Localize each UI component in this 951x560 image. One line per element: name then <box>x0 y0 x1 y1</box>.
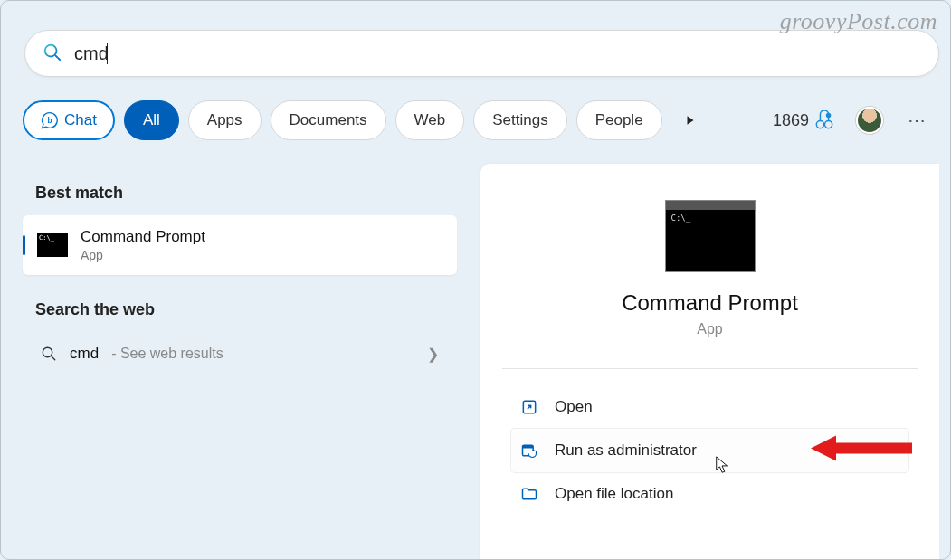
tab-settings-label: Settings <box>492 111 547 129</box>
action-open[interactable]: Open <box>511 385 908 429</box>
watermark-text: groovyPost.com <box>780 8 937 35</box>
best-match-sub: App <box>81 248 205 262</box>
svg-rect-10 <box>523 445 534 448</box>
chat-button[interactable]: b Chat <box>23 100 115 140</box>
action-open-label: Open <box>555 398 593 416</box>
tab-apps[interactable]: Apps <box>188 100 262 140</box>
text-caret <box>107 43 108 64</box>
svg-point-4 <box>824 120 832 128</box>
tab-all[interactable]: All <box>124 100 179 140</box>
tab-all-label: All <box>143 111 160 129</box>
filter-row: b Chat All Apps Documents Web Settings P… <box>23 100 932 140</box>
folder-icon <box>520 485 538 503</box>
rewards-points[interactable]: 1869 <box>773 110 834 130</box>
best-match-heading: Best match <box>35 184 457 203</box>
tab-web[interactable]: Web <box>395 100 465 140</box>
preview-panel: Command Prompt App Open Run as administr… <box>480 164 939 559</box>
best-match-item[interactable]: Command Prompt App <box>23 215 457 275</box>
tab-documents-label: Documents <box>290 111 367 129</box>
best-match-title: Command Prompt <box>81 228 205 246</box>
search-icon <box>41 346 57 362</box>
chevron-right-icon: ❯ <box>427 346 439 363</box>
tab-web-label: Web <box>414 111 446 129</box>
action-admin-label: Run as administrator <box>555 441 697 460</box>
command-prompt-icon <box>37 233 68 257</box>
svg-point-3 <box>816 120 823 128</box>
user-avatar[interactable] <box>856 107 883 134</box>
tab-documents[interactable]: Documents <box>271 100 386 140</box>
action-location-label: Open file location <box>555 485 673 503</box>
web-hint-text: - See web results <box>111 346 223 362</box>
annotation-arrow <box>805 432 914 470</box>
tab-settings[interactable]: Settings <box>473 100 566 140</box>
more-tabs-button[interactable] <box>677 107 704 134</box>
results-column: Best match Command Prompt App Search the… <box>23 169 457 375</box>
tab-apps-label: Apps <box>207 111 243 129</box>
web-result-item[interactable]: cmd - See web results ❯ <box>23 332 457 375</box>
tab-people[interactable]: People <box>576 100 662 140</box>
tab-people-label: People <box>595 111 643 129</box>
divider <box>502 368 918 369</box>
action-run-admin[interactable]: Run as administrator <box>511 429 908 472</box>
app-subtitle: App <box>511 321 908 337</box>
app-title: Command Prompt <box>511 290 908 316</box>
chat-label: Chat <box>64 111 97 129</box>
search-icon <box>42 42 62 65</box>
web-query-text: cmd <box>70 345 99 363</box>
app-preview-icon <box>665 200 756 272</box>
shield-admin-icon <box>520 441 538 460</box>
svg-line-7 <box>52 356 55 360</box>
search-input[interactable]: cmd <box>74 43 109 64</box>
search-bar[interactable]: cmd <box>24 30 939 77</box>
mouse-cursor-icon <box>714 456 730 476</box>
points-value: 1869 <box>773 111 809 130</box>
svg-point-5 <box>826 113 832 119</box>
svg-line-1 <box>56 56 61 61</box>
svg-point-0 <box>45 45 57 57</box>
more-options-button[interactable]: ⋯ <box>901 105 932 136</box>
svg-text:b: b <box>47 116 52 125</box>
open-icon <box>520 398 538 416</box>
action-file-location[interactable]: Open file location <box>511 472 908 516</box>
search-web-heading: Search the web <box>35 300 457 319</box>
